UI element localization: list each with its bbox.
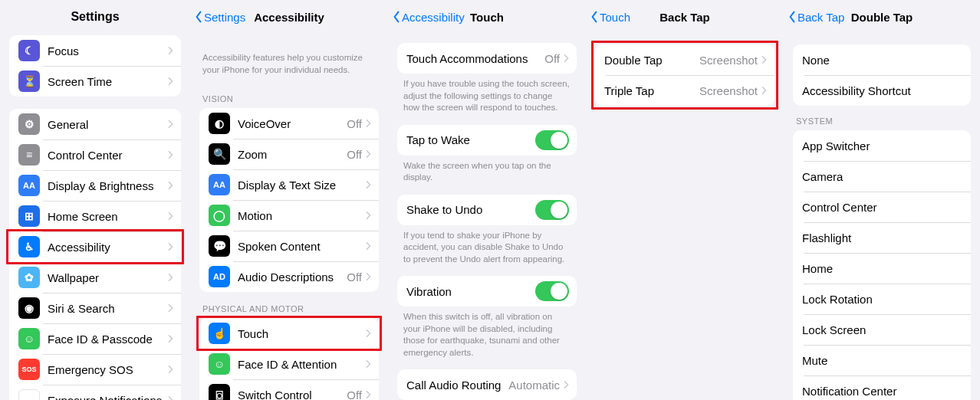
chevron-right-icon bbox=[761, 85, 767, 96]
chevron-right-icon bbox=[761, 54, 767, 65]
list-item-label: VoiceOver bbox=[238, 117, 347, 130]
list-item-label: Tap to Wake bbox=[406, 133, 535, 146]
list-item[interactable]: Lock Screen bbox=[793, 314, 971, 345]
list-item[interactable]: ☺ Face ID & Passcode bbox=[9, 323, 181, 354]
list-item[interactable]: ☾ Focus bbox=[9, 35, 181, 66]
list-item[interactable]: ✿ Wallpaper bbox=[9, 262, 181, 293]
toggle-switch[interactable] bbox=[535, 200, 569, 220]
list-item[interactable]: ◐ VoiceOver Off bbox=[199, 108, 379, 139]
list-item-label: Lock Rotation bbox=[802, 293, 963, 306]
zoom-icon: 🔍 bbox=[209, 143, 230, 165]
list-item[interactable]: ⚙ General bbox=[9, 109, 181, 139]
chevron-right-icon bbox=[167, 241, 173, 252]
settings-group: ☝ Touch ☺ Face ID & Attention ⌼ Switch C… bbox=[199, 318, 379, 400]
list-item-label: Screen Time bbox=[48, 75, 167, 88]
toggle-switch[interactable] bbox=[535, 281, 569, 301]
sliders-icon: ≡ bbox=[18, 144, 40, 166]
list-item[interactable]: Touch Accommodations Off bbox=[397, 43, 577, 74]
settings-group: Tap to Wake bbox=[397, 125, 577, 156]
faceid-icon: ☺ bbox=[18, 328, 40, 349]
list-item[interactable]: Vibration bbox=[397, 276, 577, 307]
list-item[interactable]: ◯ Motion bbox=[199, 200, 379, 231]
back-button[interactable]: Touch bbox=[590, 10, 630, 24]
list-item[interactable]: Triple Tap Screenshot bbox=[595, 75, 774, 106]
toggle-switch[interactable] bbox=[535, 130, 569, 150]
list-item[interactable]: ≡ Control Center bbox=[9, 139, 181, 170]
list-item-value: Screenshot bbox=[699, 54, 758, 67]
list-item[interactable]: ⏳ Screen Time bbox=[9, 66, 181, 97]
chevron-right-icon bbox=[365, 389, 371, 400]
list-item[interactable]: ◉ Siri & Search bbox=[9, 293, 181, 323]
motion-icon: ◯ bbox=[209, 205, 230, 226]
chevron-left-icon bbox=[590, 10, 598, 24]
list-item[interactable]: Call Audio Routing Automatic bbox=[397, 369, 577, 400]
list-item[interactable]: ☺ Face ID & Attention bbox=[199, 349, 379, 379]
moon-icon: ☾ bbox=[18, 40, 40, 61]
list-item-label: Focus bbox=[48, 44, 167, 57]
list-item-label: Touch Accommodations bbox=[406, 52, 544, 65]
list-item[interactable]: Flashlight bbox=[793, 222, 971, 253]
list-item-label: Shake to Undo bbox=[406, 203, 535, 216]
list-item-label: Spoken Content bbox=[238, 240, 365, 253]
list-item[interactable]: Double Tap Screenshot bbox=[595, 44, 774, 75]
list-item[interactable]: ☝ Touch bbox=[199, 318, 379, 349]
faceid-icon: ☺ bbox=[209, 353, 230, 375]
list-item[interactable]: ✚ Exposure Notifications bbox=[9, 385, 181, 400]
list-item[interactable]: Home bbox=[793, 253, 971, 284]
list-item[interactable]: ⊞ Home Screen bbox=[9, 201, 181, 231]
chevron-left-icon bbox=[195, 10, 202, 24]
list-item[interactable]: Notification Center bbox=[793, 375, 971, 400]
list-item-label: Home bbox=[802, 262, 963, 275]
chevron-left-icon bbox=[788, 10, 796, 24]
switch-icon: ⌼ bbox=[209, 384, 230, 400]
list-item[interactable]: ⌼ Switch Control Off bbox=[199, 379, 379, 400]
gear-icon: ⚙ bbox=[18, 113, 40, 135]
list-item-label: Touch bbox=[238, 327, 365, 340]
list-item-label: Home Screen bbox=[48, 210, 167, 223]
list-item[interactable]: 🔍 Zoom Off bbox=[199, 139, 379, 169]
list-item-label: Call Audio Routing bbox=[406, 379, 508, 392]
list-item-label: Accessibility bbox=[48, 241, 167, 254]
chevron-right-icon bbox=[365, 328, 371, 339]
nav-bar: Accessibility Touch bbox=[388, 0, 586, 34]
aa-icon: AA bbox=[209, 174, 230, 195]
back-button[interactable]: Back Tap bbox=[788, 10, 844, 24]
sos-icon: SOS bbox=[18, 359, 40, 380]
list-item-label: Emergency SOS bbox=[48, 363, 167, 376]
list-item[interactable]: Lock Rotation bbox=[793, 284, 971, 314]
list-item-label: Zoom bbox=[238, 148, 347, 161]
virus-icon: ✚ bbox=[18, 389, 40, 400]
list-item[interactable]: Camera bbox=[793, 161, 971, 192]
list-item[interactable]: None bbox=[793, 44, 971, 75]
list-item[interactable]: AD Audio Descriptions Off bbox=[199, 261, 379, 292]
list-item[interactable]: AA Display & Text Size bbox=[199, 169, 379, 200]
list-item[interactable]: Mute bbox=[793, 345, 971, 375]
list-item-label: Accessibility Shortcut bbox=[802, 84, 963, 97]
list-item[interactable]: AA Display & Brightness bbox=[9, 170, 181, 201]
list-item[interactable]: ♿︎ Accessibility bbox=[9, 231, 181, 262]
settings-group: ☾ Focus ⏳ Screen Time bbox=[9, 35, 181, 97]
settings-group: Call Audio Routing Automatic bbox=[397, 369, 577, 400]
list-item[interactable]: Accessibility Shortcut bbox=[793, 75, 971, 106]
grid-icon: ⊞ bbox=[18, 205, 40, 227]
list-item[interactable]: Tap to Wake bbox=[397, 125, 577, 156]
chevron-right-icon bbox=[167, 395, 173, 400]
list-item[interactable]: 💬 Spoken Content bbox=[199, 231, 379, 261]
chevron-right-icon bbox=[563, 53, 569, 64]
chevron-right-icon bbox=[365, 149, 371, 159]
list-item[interactable]: Shake to Undo bbox=[397, 195, 577, 225]
footer-note: If you tend to shake your iPhone by acci… bbox=[388, 225, 586, 272]
settings-group: ⚙ General ≡ Control Center AA Display & … bbox=[9, 109, 181, 400]
chevron-right-icon bbox=[167, 180, 173, 191]
chevron-right-icon bbox=[167, 45, 173, 56]
back-button[interactable]: Accessibility bbox=[393, 10, 465, 24]
list-item-label: App Switcher bbox=[802, 139, 963, 152]
chevron-right-icon bbox=[167, 364, 173, 375]
back-button[interactable]: Settings bbox=[195, 10, 245, 24]
settings-group: Double Tap Screenshot Triple Tap Screens… bbox=[595, 44, 774, 106]
list-item[interactable]: SOS Emergency SOS bbox=[9, 354, 181, 385]
list-item-label: Display & Brightness bbox=[48, 179, 167, 192]
list-item[interactable]: Control Center bbox=[793, 192, 971, 222]
list-item[interactable]: App Switcher bbox=[793, 130, 971, 161]
back-label: Accessibility bbox=[402, 11, 465, 24]
